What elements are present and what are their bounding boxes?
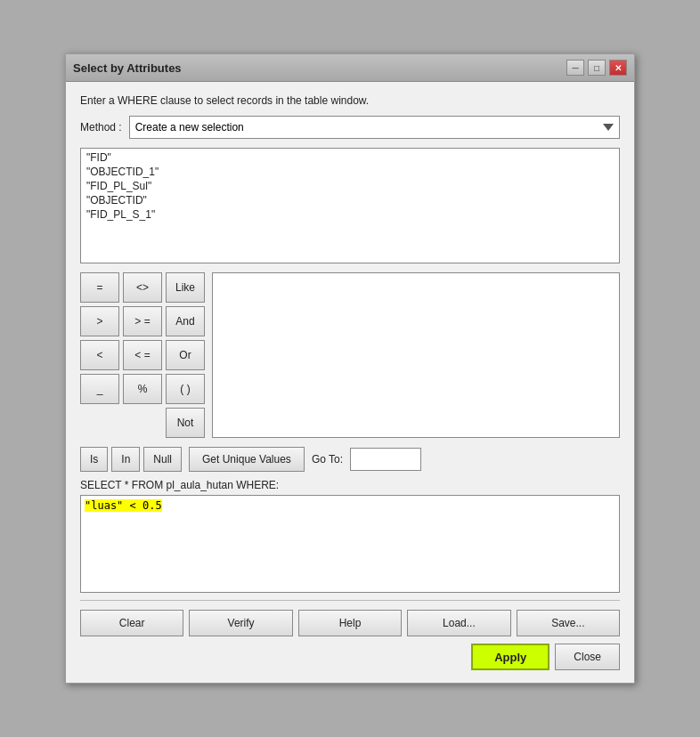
sql-display[interactable]: "luas" < 0.5 — [80, 495, 620, 593]
sql-label: SELECT * FROM pl_aula_hutan WHERE: — [80, 479, 620, 491]
equals-button[interactable]: = — [80, 272, 119, 303]
field-item[interactable]: "OBJECTID_1" — [83, 165, 617, 179]
underscore-button[interactable]: _ — [80, 374, 119, 404]
close-button[interactable]: ✕ — [609, 60, 627, 76]
goto-label: Go To: — [312, 453, 343, 466]
minimize-button[interactable]: ─ — [566, 60, 584, 76]
is-button[interactable]: Is — [80, 447, 108, 472]
not-equals-button[interactable]: <> — [123, 272, 162, 303]
greater-than-button[interactable]: > — [80, 306, 119, 336]
field-item[interactable]: "OBJECTID" — [83, 193, 617, 207]
help-button[interactable]: Help — [298, 610, 402, 636]
maximize-button[interactable]: □ — [588, 60, 606, 76]
extra-btns: Is In Null — [80, 447, 182, 472]
field-item[interactable]: "FID" — [83, 150, 617, 165]
values-area — [212, 272, 620, 438]
save-button[interactable]: Save... — [517, 610, 620, 636]
description-text: Enter a WHERE clause to select records i… — [80, 94, 620, 107]
title-bar-controls: ─ □ ✕ — [566, 60, 627, 76]
field-item[interactable]: "FID_PL_Sul" — [83, 179, 617, 193]
method-row: Method : Create a new selection Add to c… — [80, 116, 620, 139]
or-button[interactable]: Or — [166, 340, 205, 370]
apply-button[interactable]: Apply — [471, 644, 549, 670]
in-button[interactable]: In — [111, 447, 140, 472]
get-unique-values-button[interactable]: Get Unique Values — [189, 447, 305, 472]
dialog-title: Select by Attributes — [73, 61, 182, 75]
less-than-button[interactable]: < — [80, 340, 119, 370]
not-button[interactable]: Not — [166, 408, 205, 438]
greater-equals-button[interactable]: > = — [123, 306, 162, 336]
select-by-attributes-dialog: Select by Attributes ─ □ ✕ Enter a WHERE… — [65, 53, 635, 684]
close-dialog-button[interactable]: Close — [555, 644, 620, 670]
null-button[interactable]: Null — [143, 447, 182, 472]
divider — [80, 600, 620, 601]
verify-button[interactable]: Verify — [189, 610, 292, 636]
clear-button[interactable]: Clear — [80, 610, 183, 636]
operator-section: = <> Like > > = And < < = Or _ % ( ) Not — [80, 272, 620, 438]
sql-query-text: "luas" < 0.5 — [85, 499, 162, 512]
method-select[interactable]: Create a new selection Add to current se… — [129, 116, 620, 139]
action-buttons-row: Clear Verify Help Load... Save... — [80, 610, 620, 636]
unique-row: Is In Null Get Unique Values Go To: — [80, 447, 620, 472]
title-bar: Select by Attributes ─ □ ✕ — [66, 54, 634, 82]
percent-button[interactable]: % — [123, 374, 162, 404]
load-button[interactable]: Load... — [407, 610, 510, 636]
parentheses-button[interactable]: ( ) — [166, 374, 205, 404]
field-item[interactable]: "FID_PL_S_1" — [83, 207, 617, 222]
bottom-buttons-row: Apply Close — [80, 644, 620, 670]
window-content: Enter a WHERE clause to select records i… — [66, 82, 634, 683]
operator-buttons: = <> Like > > = And < < = Or _ % ( ) Not — [80, 272, 205, 438]
less-equals-button[interactable]: < = — [123, 340, 162, 370]
goto-input[interactable] — [350, 448, 421, 471]
like-button[interactable]: Like — [166, 272, 205, 303]
fields-list[interactable]: "FID" "OBJECTID_1" "FID_PL_Sul" "OBJECTI… — [80, 148, 620, 263]
and-button[interactable]: And — [166, 306, 205, 336]
method-label: Method : — [80, 121, 122, 134]
